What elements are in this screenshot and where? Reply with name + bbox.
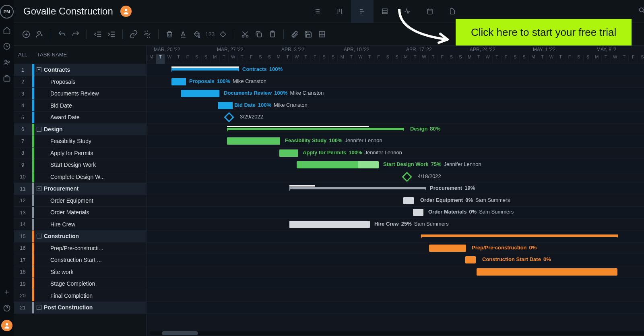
- task-row[interactable]: 10 Complete Design W...: [14, 171, 146, 183]
- task-row[interactable]: 14 Hire Crew: [14, 219, 146, 231]
- task-row[interactable]: 9 Start Design Work: [14, 159, 146, 171]
- day-cell: F: [247, 54, 256, 64]
- delete-icon[interactable]: [164, 29, 175, 39]
- summary-bar[interactable]: [171, 68, 239, 71]
- row-number: 20: [14, 292, 32, 299]
- color-bar: [32, 195, 34, 207]
- color-bar: [32, 88, 34, 100]
- collapse-icon[interactable]: −: [37, 67, 41, 72]
- milestone-diamond[interactable]: [224, 112, 234, 122]
- project-avatar[interactable]: [120, 6, 132, 17]
- list-view-icon[interactable]: [306, 0, 328, 23]
- row-number: 11: [14, 186, 32, 192]
- work-icon[interactable]: [2, 74, 11, 83]
- task-row[interactable]: 3 Documents Review: [14, 88, 146, 100]
- task-row[interactable]: 8 Apply for Permits: [14, 147, 146, 160]
- assign-icon[interactable]: [35, 29, 45, 39]
- add-icon[interactable]: [2, 288, 11, 297]
- task-name: Complete Design W...: [50, 174, 105, 180]
- redo-icon[interactable]: [70, 29, 81, 39]
- task-bar[interactable]: [279, 149, 298, 157]
- indent-icon[interactable]: [106, 29, 117, 39]
- grid-icon[interactable]: [317, 29, 327, 39]
- user-avatar[interactable]: [1, 320, 12, 331]
- search-icon[interactable]: [638, 6, 644, 16]
- team-icon[interactable]: [2, 58, 11, 67]
- bar-pct: 0%: [465, 197, 473, 203]
- task-bar[interactable]: [297, 161, 379, 168]
- free-trial-button[interactable]: Click here to start your free trial: [456, 19, 632, 46]
- collapse-icon[interactable]: −: [37, 305, 41, 310]
- column-all[interactable]: ALL: [14, 52, 32, 58]
- gantt-view-icon[interactable]: [351, 0, 374, 23]
- task-row[interactable]: 19 Stage Completion: [14, 278, 146, 290]
- task-row[interactable]: 17 Construction Start ...: [14, 254, 146, 266]
- link-icon[interactable]: [128, 29, 139, 39]
- home-icon[interactable]: [2, 26, 11, 35]
- task-row[interactable]: 5 Award Date: [14, 112, 146, 124]
- board-view-icon[interactable]: [328, 0, 351, 23]
- svg-point-9: [640, 8, 644, 12]
- task-bar[interactable]: [227, 137, 280, 145]
- recent-icon[interactable]: [2, 42, 11, 51]
- task-row[interactable]: 6 − Design: [14, 124, 146, 136]
- help-icon[interactable]: [2, 304, 11, 313]
- paste-icon[interactable]: [267, 29, 278, 39]
- task-row[interactable]: 16 Prep/Pre-constructi...: [14, 243, 146, 255]
- task-row[interactable]: 12 Order Equipment: [14, 195, 146, 207]
- h-scrollbar[interactable]: [150, 331, 644, 335]
- task-bar[interactable]: [218, 102, 233, 109]
- task-bar[interactable]: [403, 197, 414, 204]
- task-name: Feasibility Study: [50, 138, 91, 144]
- task-row[interactable]: 4 Bid Date: [14, 100, 146, 112]
- column-task-name[interactable]: TASK NAME: [32, 52, 67, 58]
- task-name: Proposals: [50, 79, 75, 85]
- cut-icon[interactable]: [240, 29, 250, 39]
- week-label: APR, 24 '22: [470, 47, 495, 52]
- task-row[interactable]: 13 Order Materials: [14, 207, 146, 219]
- svg-point-12: [242, 35, 244, 37]
- task-row[interactable]: 11 − Procurement: [14, 183, 146, 195]
- text-style-icon[interactable]: [178, 29, 188, 39]
- h-scroll-thumb[interactable]: [162, 331, 198, 335]
- fill-icon[interactable]: [192, 29, 202, 39]
- undo-icon[interactable]: [57, 29, 67, 39]
- task-row[interactable]: 1 − Contracts: [14, 64, 146, 76]
- collapse-icon[interactable]: −: [37, 186, 41, 191]
- collapse-icon[interactable]: −: [37, 127, 41, 132]
- summary-bar[interactable]: [227, 128, 404, 130]
- task-row[interactable]: 7 Feasibility Study: [14, 135, 146, 147]
- task-row[interactable]: 21 − Post Construction: [14, 302, 146, 314]
- add-task-icon[interactable]: [21, 29, 31, 39]
- summary-bar[interactable]: [421, 234, 618, 237]
- bar-assignee: Mike Cranston: [233, 78, 266, 84]
- task-bar[interactable]: [413, 209, 423, 216]
- gantt-body[interactable]: Contracts100%Proposals100%Mike CranstonD…: [147, 64, 644, 314]
- week-label: MAR, 20 '22: [154, 47, 180, 52]
- task-bar[interactable]: [465, 256, 476, 263]
- task-row[interactable]: 15 − Construction: [14, 230, 146, 243]
- task-bar[interactable]: [171, 78, 186, 85]
- task-bar[interactable]: [181, 90, 219, 97]
- task-bar[interactable]: [289, 221, 370, 228]
- task-row[interactable]: 18 Site work: [14, 266, 146, 278]
- milestone-diamond[interactable]: [402, 172, 412, 182]
- row-number: 17: [14, 257, 32, 263]
- copy-icon[interactable]: [254, 29, 264, 39]
- outdent-icon[interactable]: [93, 29, 103, 39]
- app-logo[interactable]: PM: [0, 5, 14, 19]
- summary-progress: [289, 185, 315, 187]
- task-bar[interactable]: [429, 245, 466, 252]
- save-icon[interactable]: [303, 29, 314, 39]
- task-bar[interactable]: [477, 268, 617, 276]
- gantt-row: Design80%: [147, 124, 644, 136]
- milestone-icon[interactable]: [218, 29, 228, 39]
- gantt-row: Start Design Work75%Jennifer Lennon: [147, 159, 644, 171]
- attachment-icon[interactable]: [289, 29, 300, 39]
- task-row[interactable]: 20 Final Completion: [14, 290, 146, 302]
- collapse-icon[interactable]: −: [37, 234, 41, 239]
- task-list-header: ALL TASK NAME: [14, 46, 146, 64]
- summary-bar[interactable]: [289, 187, 426, 189]
- unlink-icon[interactable]: [142, 29, 153, 39]
- task-row[interactable]: 2 Proposals: [14, 76, 146, 88]
